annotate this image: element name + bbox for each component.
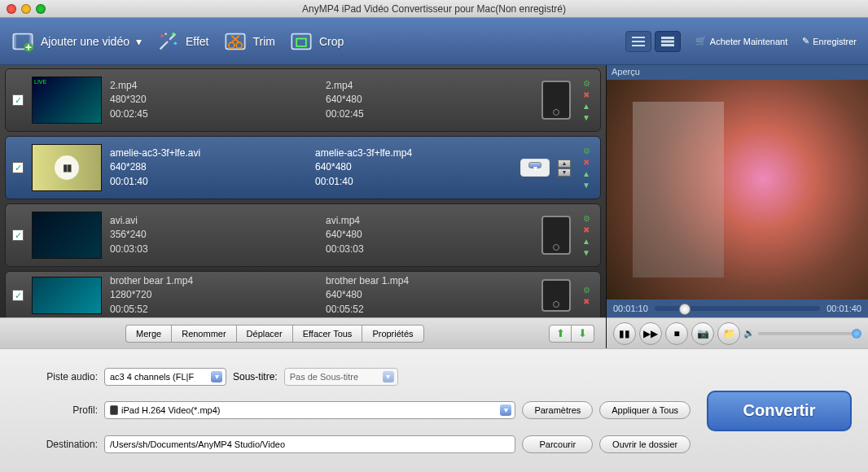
trim-button[interactable]: Trim xyxy=(224,30,275,53)
device-icon[interactable] xyxy=(520,159,550,177)
source-duration: 00:05:52 xyxy=(110,304,318,317)
dropdown-icon: ▾ xyxy=(136,35,142,48)
move-down-button[interactable]: ⬇ xyxy=(572,325,594,343)
svg-rect-12 xyxy=(296,38,306,46)
row-settings-icon[interactable]: ⚙ xyxy=(583,146,590,155)
preview-seek-slider[interactable] xyxy=(655,306,820,311)
row-delete-icon[interactable]: ✖ xyxy=(583,90,590,99)
parameters-button[interactable]: Paramètres xyxy=(522,401,593,419)
move-button[interactable]: Déplacer xyxy=(236,325,292,343)
pause-button[interactable]: ▮▮ xyxy=(613,322,636,345)
row-settings-icon[interactable]: ⚙ xyxy=(583,286,590,295)
view-switcher xyxy=(625,31,681,52)
device-icon[interactable] xyxy=(541,81,571,120)
rename-button[interactable]: Renommer xyxy=(171,325,235,343)
crop-button[interactable]: Crop xyxy=(290,30,344,53)
row-up-icon[interactable]: ▲ xyxy=(582,102,590,111)
svg-point-5 xyxy=(172,32,175,35)
source-filename: 2.mp4 xyxy=(110,80,318,93)
volume-icon[interactable]: 🔉 xyxy=(743,328,755,339)
file-row[interactable]: ✓ brother bear 1.mp4 1280*720 00:05:52 b… xyxy=(5,271,601,317)
svg-point-4 xyxy=(160,34,164,37)
effect-label: Effet xyxy=(186,35,209,48)
source-resolution: 480*320 xyxy=(110,94,318,107)
open-dest-button[interactable]: Ouvrir le dossier xyxy=(599,435,690,453)
thumbnail xyxy=(32,212,102,259)
stop-button[interactable]: ■ xyxy=(665,322,688,345)
preview-current-time: 00:01:10 xyxy=(613,304,648,313)
trim-label: Trim xyxy=(253,35,275,48)
register-link[interactable]: ✎ Enregistrer xyxy=(802,36,857,46)
svg-point-7 xyxy=(164,33,166,34)
device-icon[interactable] xyxy=(541,216,571,255)
subtitle-select[interactable]: Pas de Sous-titre xyxy=(284,368,398,386)
ipad-icon xyxy=(110,405,118,415)
crop-label: Crop xyxy=(319,35,344,48)
destination-input[interactable]: /Users/sh/Documents/AnyMP4 Studio/Video xyxy=(104,435,515,453)
file-row[interactable]: ✓ 2.mp4 480*320 00:02:45 2.mp4 640*480 0… xyxy=(5,68,601,132)
open-folder-button[interactable]: 📁 xyxy=(717,322,740,345)
source-filename: avi.avi xyxy=(110,215,318,228)
properties-button[interactable]: Propriétés xyxy=(362,325,423,343)
preview-title: Aperçu xyxy=(607,65,868,80)
row-down-icon[interactable]: ▼ xyxy=(582,113,590,122)
move-up-button[interactable]: ⬆ xyxy=(549,325,572,343)
row-checkbox[interactable]: ✓ xyxy=(12,162,24,173)
add-video-label: Ajouter une vidéo xyxy=(41,35,129,48)
merge-button[interactable]: Merge xyxy=(125,325,171,343)
svg-rect-15 xyxy=(661,44,674,46)
row-settings-icon[interactable]: ⚙ xyxy=(583,214,590,223)
window-title: AnyMP4 iPad Vidéo Convertisseur pour Mac… xyxy=(0,3,868,15)
row-delete-icon[interactable]: ✖ xyxy=(583,297,590,306)
clear-all-button[interactable]: Effacer Tous xyxy=(292,325,362,343)
profile-label: Profil: xyxy=(16,404,98,416)
cart-icon: 🛒 xyxy=(695,36,707,46)
thumbnail: ▮▮ xyxy=(32,144,102,191)
output-filename: amelie-ac3-3f+lfe.mp4 xyxy=(315,147,512,160)
output-filename: brother bear 1.mp4 xyxy=(326,275,533,288)
profile-select[interactable]: iPad H.264 Video(*.mp4) xyxy=(104,401,515,419)
snapshot-button[interactable]: 📷 xyxy=(691,322,714,345)
apply-all-button[interactable]: Appliquer à Tous xyxy=(599,401,690,419)
volume-slider[interactable] xyxy=(758,332,861,335)
row-up-icon[interactable]: ▲ xyxy=(582,169,590,178)
audio-track-select[interactable]: ac3 4 channels (FL|F xyxy=(104,368,226,386)
device-icon[interactable] xyxy=(541,279,571,312)
convert-button[interactable]: Convertir xyxy=(707,391,852,431)
row-checkbox[interactable]: ✓ xyxy=(12,94,24,106)
preview-controls: ▮▮ ▶▶ ■ 📷 📁 🔉 xyxy=(607,317,868,348)
file-row[interactable]: ✓ avi.avi 356*240 00:03:03 avi.mp4 640*4… xyxy=(5,203,601,267)
browse-button[interactable]: Parcourir xyxy=(522,435,593,453)
add-video-button[interactable]: Ajouter une vidéo ▾ xyxy=(11,30,142,53)
device-stepper[interactable]: ▲▼ xyxy=(558,160,571,177)
output-filename: 2.mp4 xyxy=(326,80,533,93)
source-filename: brother bear 1.mp4 xyxy=(110,275,318,288)
buy-now-link[interactable]: 🛒 Acheter Maintenant xyxy=(695,36,787,46)
pen-icon: ✎ xyxy=(802,36,809,46)
view-detail-button[interactable] xyxy=(655,31,681,52)
source-resolution: 640*288 xyxy=(110,161,307,174)
preview-image xyxy=(607,80,868,299)
row-checkbox[interactable]: ✓ xyxy=(12,229,24,241)
row-checkbox[interactable]: ✓ xyxy=(12,290,24,301)
output-duration: 00:05:52 xyxy=(326,304,533,317)
row-settings-icon[interactable]: ⚙ xyxy=(583,79,590,88)
row-delete-icon[interactable]: ✖ xyxy=(583,158,590,167)
row-up-icon[interactable]: ▲ xyxy=(582,237,590,246)
svg-rect-14 xyxy=(661,40,674,42)
thumbnail xyxy=(32,76,102,124)
svg-rect-1 xyxy=(13,33,16,49)
row-down-icon[interactable]: ▼ xyxy=(582,181,590,190)
file-row[interactable]: ✓ ▮▮ amelie-ac3-3f+lfe.avi 640*288 00:01… xyxy=(5,136,601,199)
pause-overlay-icon[interactable]: ▮▮ xyxy=(55,155,79,180)
audio-track-label: Piste audio: xyxy=(16,371,98,382)
destination-label: Destination: xyxy=(16,439,98,450)
row-down-icon[interactable]: ▼ xyxy=(582,248,590,257)
row-delete-icon[interactable]: ✖ xyxy=(583,225,590,234)
source-resolution: 1280*720 xyxy=(110,289,318,302)
effect-button[interactable]: Effet xyxy=(156,30,209,53)
view-list-button[interactable] xyxy=(625,31,651,52)
output-filename: avi.mp4 xyxy=(326,215,533,228)
output-duration: 00:02:45 xyxy=(326,108,533,121)
next-button[interactable]: ▶▶ xyxy=(639,322,662,345)
